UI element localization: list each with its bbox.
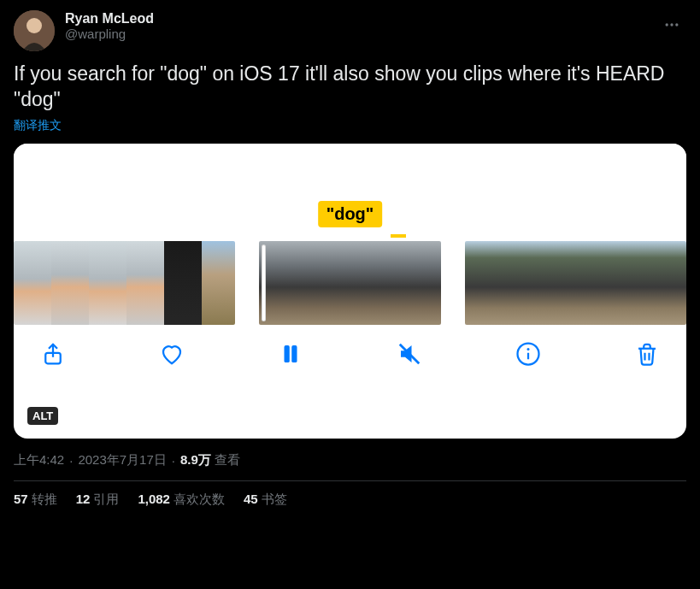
pause-icon: [278, 341, 303, 370]
svg-point-11: [527, 348, 530, 350]
media-whitespace: "dog": [14, 144, 686, 214]
media-attachment[interactable]: "dog": [14, 144, 686, 439]
author-names: Ryan McLeod @warpling: [65, 10, 154, 42]
svg-point-4: [675, 23, 678, 26]
thumbnail-frame: [14, 241, 51, 325]
clip-group-1[interactable]: [14, 241, 235, 325]
views-count[interactable]: 8.9万: [180, 452, 211, 468]
thumbnail-frame: [305, 241, 351, 325]
views-label: 查看: [215, 452, 240, 468]
trash-icon: [634, 341, 660, 370]
speaker-muted-icon: [397, 341, 422, 370]
svg-point-3: [670, 23, 673, 26]
thumbnail-frame: [540, 241, 578, 325]
svg-rect-6: [285, 345, 290, 362]
info-button[interactable]: [513, 340, 544, 371]
thumbnail-frame: [503, 241, 540, 325]
thumbnail-frame: [465, 241, 503, 325]
separator-dot: ·: [69, 453, 73, 468]
alt-text-badge[interactable]: ALT: [27, 407, 58, 425]
divider: [14, 480, 686, 481]
svg-point-2: [666, 23, 668, 26]
share-button[interactable]: [38, 340, 68, 371]
search-term-marker: [391, 234, 406, 238]
svg-rect-7: [291, 345, 297, 362]
separator-dot: ·: [172, 453, 175, 468]
likes-stat[interactable]: 1,082喜欢次数: [138, 492, 225, 508]
thumbnail-frame: [351, 241, 397, 325]
retweets-stat[interactable]: 57转推: [14, 492, 57, 508]
thumbnail-frame: [89, 241, 126, 325]
tweet-container: Ryan McLeod @warpling If you search for …: [0, 0, 700, 518]
delete-button[interactable]: [632, 340, 662, 371]
ios-video-toolbar: [14, 325, 686, 386]
bookmarks-count: 45: [244, 492, 258, 506]
handle[interactable]: @warpling: [65, 27, 154, 42]
pause-button[interactable]: [275, 340, 306, 371]
avatar[interactable]: [14, 10, 55, 51]
likes-count: 1,082: [138, 492, 170, 506]
clip-group-3[interactable]: [465, 241, 686, 325]
video-filmstrip[interactable]: [14, 241, 686, 325]
clip-group-2[interactable]: [259, 241, 440, 325]
quotes-label: 引用: [93, 492, 119, 506]
thumbnail-frame: [51, 241, 89, 325]
display-name[interactable]: Ryan McLeod: [65, 10, 154, 27]
bookmarks-label: 书签: [262, 492, 287, 506]
info-icon: [515, 341, 541, 370]
svg-point-1: [26, 18, 42, 33]
thumbnail-frame: [578, 241, 615, 325]
tweet-header: Ryan McLeod @warpling: [14, 10, 686, 51]
tweet-time[interactable]: 上午4:42: [14, 452, 64, 468]
retweets-label: 转推: [32, 492, 57, 506]
tweet-stats: 57转推 12引用 1,082喜欢次数 45书签: [14, 492, 686, 508]
thumbnail-frame: [259, 241, 305, 325]
likes-label: 喜欢次数: [174, 492, 225, 506]
bookmarks-stat[interactable]: 45书签: [244, 492, 287, 508]
thumbnail-frame: [653, 241, 686, 325]
tweet-meta: 上午4:42 · 2023年7月17日 · 8.9万 查看: [14, 452, 686, 468]
retweets-count: 57: [14, 492, 28, 506]
favorite-button[interactable]: [156, 340, 187, 371]
quotes-stat[interactable]: 12引用: [76, 492, 120, 508]
thumbnail-frame: [164, 241, 202, 325]
heart-icon: [159, 341, 185, 370]
thumbnail-frame: [615, 241, 653, 325]
thumbnail-frame: [397, 241, 440, 325]
search-term-badge: "dog": [318, 201, 383, 227]
quotes-count: 12: [76, 492, 91, 506]
translate-link[interactable]: 翻译推文: [14, 118, 686, 133]
thumbnail-frame: [126, 241, 164, 325]
thumbnail-frame: [202, 241, 235, 325]
more-options-button[interactable]: [657, 10, 686, 39]
tweet-text: If you search for "dog" on iOS 17 it'll …: [14, 62, 686, 113]
share-icon: [40, 341, 66, 370]
tweet-date[interactable]: 2023年7月17日: [78, 452, 166, 468]
playhead-indicator[interactable]: [262, 244, 266, 321]
mute-button[interactable]: [394, 340, 425, 371]
